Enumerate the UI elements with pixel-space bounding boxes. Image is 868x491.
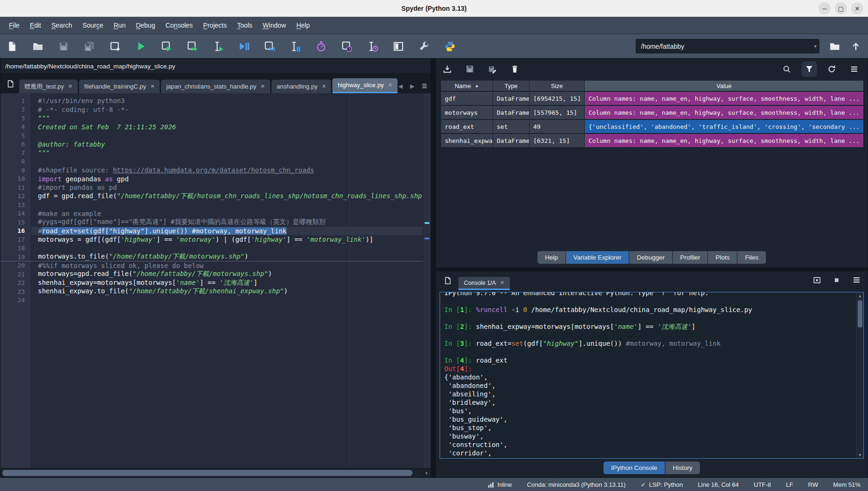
remove-variable-button[interactable]	[510, 64, 520, 74]
scrollbar-thumb[interactable]	[2, 470, 412, 476]
code-line-2[interactable]: 2# -*- coding: utf-8 -*-	[0, 105, 431, 114]
editor-tab-japan-christians-stats-handle-py[interactable]: japan_christians_stats_handle.py✕	[161, 80, 270, 93]
run-file-button[interactable]	[135, 40, 147, 52]
code-line-12[interactable]: 12gdf = gpd.read_file("/home/fattabby/下載…	[0, 192, 431, 201]
search-button[interactable]	[782, 64, 792, 74]
matplotlib-backend-status[interactable]: Inline	[487, 481, 512, 488]
menu-file[interactable]: File	[4, 19, 25, 31]
code-line-17[interactable]: 17motorways = gdf[(gdf['highway'] == 'mo…	[0, 235, 431, 244]
variable-table-header[interactable]: Name▲TypeSizeValue	[441, 80, 864, 91]
panel-tab-plots[interactable]: Plots	[708, 251, 737, 264]
code-line-24[interactable]: 24	[0, 296, 431, 305]
minimize-button[interactable]: ─	[818, 2, 831, 15]
close-console-button[interactable]	[813, 276, 821, 284]
panel-tab-files[interactable]: Files	[737, 251, 766, 264]
lsp-status[interactable]: ✓ LSP: Python	[640, 481, 683, 488]
options-menu-button[interactable]	[852, 275, 861, 284]
close-icon[interactable]: ✕	[150, 83, 154, 89]
menu-consoles[interactable]: Consoles	[160, 19, 198, 31]
browse-tabs-icon[interactable]	[441, 275, 454, 287]
new-cell-button[interactable]	[109, 40, 121, 52]
code-line-6[interactable]: 6@author: fattabby	[0, 140, 431, 149]
panel-tab-debugger[interactable]: Debugger	[629, 251, 672, 264]
scroll-down-icon[interactable]: ▼	[857, 452, 863, 458]
browse-tabs-icon[interactable]	[4, 78, 16, 90]
save-all-button[interactable]	[83, 40, 95, 52]
panel-tab-help[interactable]: Help	[537, 251, 566, 264]
save-data-as-button[interactable]	[487, 64, 497, 74]
code-line-5[interactable]: 5	[0, 131, 431, 140]
code-line-15[interactable]: 15#yygs=gdf[gdf["name"]=="甬莞高速"] #我要知道中國…	[0, 218, 431, 227]
code-line-9[interactable]: 9#shapefile source: https://data.humdata…	[0, 166, 431, 175]
editor-tab-highway-slice-py[interactable]: highway_slice.py✕	[332, 78, 397, 93]
code-line-11[interactable]: 11#import pandas as pd	[0, 183, 431, 192]
working-directory-combobox[interactable]: ▾	[636, 39, 819, 53]
run-selection-button[interactable]	[212, 40, 224, 52]
filter-button[interactable]	[804, 64, 814, 74]
code-line-23[interactable]: 23shenhai_expway.to_file("/home/fattabby…	[0, 287, 431, 296]
run-cell-button[interactable]	[161, 40, 172, 52]
code-line-8[interactable]: 8	[0, 157, 431, 166]
column-header-name[interactable]: Name▲	[441, 80, 493, 91]
close-icon[interactable]: ✕	[388, 82, 392, 88]
debug-cell-button[interactable]	[264, 40, 275, 52]
scrollbar-thumb[interactable]	[858, 300, 862, 327]
code-line-20[interactable]: 20#%%if motorways sliced ok, please do b…	[0, 261, 431, 270]
menu-run[interactable]: Run	[108, 19, 131, 31]
console-scrollbar[interactable]: ▲ ▼	[856, 292, 863, 458]
column-header-type[interactable]: Type	[493, 80, 530, 91]
previous-tab-icon[interactable]: ◀	[398, 83, 403, 89]
menu-debug[interactable]: Debug	[131, 19, 160, 31]
chevron-down-icon[interactable]: ▾	[811, 39, 819, 53]
preferences-button[interactable]	[418, 40, 430, 52]
variable-row-road-ext[interactable]: road_extset49{'unclassified', 'abandoned…	[441, 119, 864, 134]
code-line-4[interactable]: 4Created on Sat Feb 7 21:11:25 2026	[0, 123, 431, 132]
menu-window[interactable]: Window	[257, 19, 291, 31]
code-line-3[interactable]: 3"""	[0, 114, 431, 123]
code-line-18[interactable]: 18	[0, 244, 431, 253]
editor-tab-體應用-test-py[interactable]: 體應用_test.py✕	[19, 80, 78, 93]
scrollbar-corner-icon[interactable]: ▾	[422, 469, 431, 477]
save-data-button[interactable]	[465, 64, 475, 74]
profile-file-button[interactable]	[315, 40, 327, 52]
working-directory-input[interactable]	[636, 43, 811, 50]
interrupt-kernel-button[interactable]	[832, 276, 841, 284]
code-line-13[interactable]: 13	[0, 201, 431, 209]
new-file-button[interactable]	[6, 40, 18, 52]
variable-row-gdf[interactable]: gdfDataFrame[6954215, 15]Column names: n…	[441, 91, 864, 105]
close-button[interactable]: ✕	[851, 2, 863, 15]
profile-cell-button[interactable]	[341, 40, 353, 52]
code-line-16[interactable]: 16#road_ext=set(gdf["highway"].unique())…	[0, 227, 431, 236]
scrollflag-area[interactable]	[423, 93, 431, 468]
code-line-22[interactable]: 22shenhai_expway=motorways[motorways['na…	[0, 279, 431, 288]
panel-tab-profiler[interactable]: Profiler	[673, 251, 708, 264]
profile-selection-button[interactable]	[367, 40, 378, 52]
scroll-up-icon[interactable]: ▲	[857, 292, 863, 299]
variable-row-shenhai-expway[interactable]: shenhai_expwayDataFrame[6321, 15]Column …	[441, 134, 864, 148]
parent-directory-button[interactable]	[850, 40, 861, 52]
pythonpath-button[interactable]	[444, 40, 456, 52]
browse-directory-button[interactable]	[829, 40, 840, 52]
console-panel-tab-history[interactable]: History	[665, 461, 700, 474]
editor-options-menu-icon[interactable]: ☰	[422, 83, 427, 89]
editor-horizontal-scrollbar[interactable]: ▾	[0, 468, 431, 477]
refresh-button[interactable]	[827, 64, 837, 74]
import-data-button[interactable]	[442, 64, 452, 74]
editor-tab-anshandling-py[interactable]: anshandling.py✕	[272, 80, 331, 93]
conda-env-status[interactable]: Conda: miniconda3 (Python 3.13.11)	[527, 481, 626, 488]
editor-tab-filehandle-trainingc-py[interactable]: filehandle_trainingC.py✕	[79, 80, 160, 93]
maximize-button[interactable]: ▢	[835, 2, 847, 15]
maximize-pane-button[interactable]	[392, 40, 404, 52]
console-tab[interactable]: Console 1/A ✕	[458, 277, 510, 290]
code-line-14[interactable]: 14#make an example	[0, 209, 431, 218]
code-line-1[interactable]: 1#!/usr/bin/env python3	[0, 97, 431, 105]
debug-selection-button[interactable]	[289, 40, 301, 52]
close-icon[interactable]: ✕	[68, 83, 73, 89]
variable-row-motorways[interactable]: motorwaysDataFrame[557965, 15]Column nam…	[441, 105, 864, 119]
run-cell-advance-button[interactable]	[186, 40, 198, 52]
code-line-19[interactable]: 19motorways.to_file("/home/fattabby/下載/m…	[0, 253, 431, 261]
menu-search[interactable]: Search	[46, 19, 77, 31]
open-file-button[interactable]	[32, 40, 44, 52]
close-icon[interactable]: ✕	[322, 83, 326, 89]
menu-source[interactable]: Source	[77, 19, 108, 31]
